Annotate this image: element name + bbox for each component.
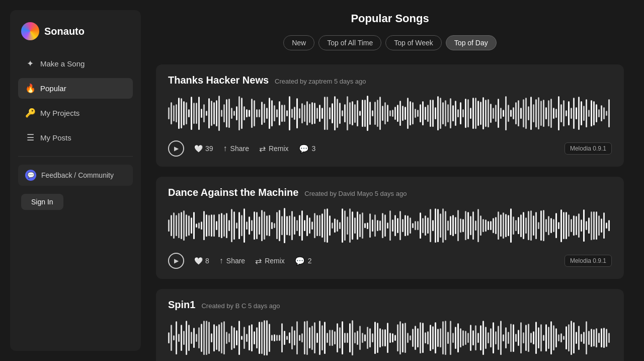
song-header-3: Spin1 Created by B C 5 days ago xyxy=(168,299,612,311)
heart-icon-2: 🤍 xyxy=(194,257,203,265)
like-count-1: 39 xyxy=(205,145,213,153)
song-header-1: Thanks Hacker News Created by zaptrem 5 … xyxy=(168,75,612,86)
share-icon-2: ↑ xyxy=(219,256,223,265)
comment-count-1: 3 xyxy=(312,145,316,153)
sidebar-item-my-projects-label: My Projects xyxy=(40,109,79,117)
song-actions-1: ▶ 🤍 39 ↑ Share ⇄ Remix 💬 3 Melodia 0.9.1 xyxy=(168,140,612,157)
waveform-2 xyxy=(168,205,612,246)
song-title-1: Thanks Hacker News xyxy=(168,75,269,86)
remix-label-2: Remix xyxy=(265,257,285,265)
my-posts-icon: ☰ xyxy=(25,132,35,143)
sidebar-item-my-posts[interactable]: ☰ My Posts xyxy=(18,127,133,148)
remix-icon-2: ⇄ xyxy=(255,256,262,266)
filter-tabs: New Top of All Time Top of Week Top of D… xyxy=(156,35,624,50)
popular-icon: 🔥 xyxy=(25,83,35,94)
main-content: Popular Songs New Top of All Time Top of… xyxy=(141,0,644,361)
nav-divider xyxy=(18,156,133,157)
heart-icon-1: 🤍 xyxy=(194,145,203,153)
sidebar: Sonauto ✦ Make a Song 🔥 Popular 🔑 My Pro… xyxy=(10,10,141,351)
waveform-3 xyxy=(168,318,612,358)
comment-count-2: 2 xyxy=(308,257,312,265)
remix-label-1: Remix xyxy=(269,145,289,153)
sidebar-item-make-song-label: Make a Song xyxy=(40,59,85,68)
remix-button-2[interactable]: ⇄ Remix xyxy=(255,254,285,268)
comment-button-1[interactable]: 💬 3 xyxy=(299,142,316,156)
song-meta-1: Created by zaptrem 5 days ago xyxy=(275,78,366,85)
play-button-2[interactable]: ▶ xyxy=(168,253,184,269)
feedback-label: Feedback / Community xyxy=(41,171,114,179)
waveform-1 xyxy=(168,93,612,133)
discord-icon: 💬 xyxy=(25,170,36,181)
model-badge-1: Melodia 0.9.1 xyxy=(565,142,612,155)
song-title-3: Spin1 xyxy=(168,299,195,311)
page-title: Popular Songs xyxy=(156,12,624,25)
sidebar-item-make-song[interactable]: ✦ Make a Song xyxy=(18,53,133,74)
song-header-2: Dance Against the Machine Created by Dav… xyxy=(168,187,612,198)
sidebar-item-my-posts-label: My Posts xyxy=(40,133,71,142)
model-badge-2: Melodia 0.9.1 xyxy=(565,255,612,267)
share-label-2: Share xyxy=(226,257,245,265)
remix-button-1[interactable]: ⇄ Remix xyxy=(259,142,289,156)
comment-button-2[interactable]: 💬 2 xyxy=(295,254,312,268)
like-button-2[interactable]: 🤍 8 xyxy=(194,257,209,265)
tab-new[interactable]: New xyxy=(283,35,314,50)
my-projects-icon: 🔑 xyxy=(25,108,35,118)
tab-top-all-time[interactable]: Top of All Time xyxy=(318,35,381,50)
share-icon-1: ↑ xyxy=(223,144,227,153)
song-meta-2: Created by David Mayo 5 days ago xyxy=(304,190,407,197)
comment-icon-1: 💬 xyxy=(299,144,309,154)
song-meta-3: Created by B C 5 days ago xyxy=(201,302,280,310)
share-label-1: Share xyxy=(230,145,249,153)
tab-top-day[interactable]: Top of Day xyxy=(446,35,497,50)
app-logo-icon xyxy=(21,22,39,40)
song-actions-2: ▶ 🤍 8 ↑ Share ⇄ Remix 💬 2 Melodia 0.9.1 xyxy=(168,253,612,269)
sign-in-button[interactable]: Sign In xyxy=(21,194,63,210)
play-button-1[interactable]: ▶ xyxy=(168,140,184,157)
feedback-community-button[interactable]: 💬 Feedback / Community xyxy=(18,165,133,186)
comment-icon-2: 💬 xyxy=(295,256,305,266)
app-name: Sonauto xyxy=(44,26,85,37)
song-card-1: Thanks Hacker News Created by zaptrem 5 … xyxy=(156,64,624,167)
sidebar-item-popular-label: Popular xyxy=(40,84,66,93)
like-count-2: 8 xyxy=(205,257,209,265)
sidebar-item-my-projects[interactable]: 🔑 My Projects xyxy=(18,103,133,123)
song-title-2: Dance Against the Machine xyxy=(168,187,298,198)
share-button-2[interactable]: ↑ Share xyxy=(219,254,245,267)
like-button-1[interactable]: 🤍 39 xyxy=(194,145,213,153)
remix-icon-1: ⇄ xyxy=(259,144,266,154)
tab-top-week[interactable]: Top of Week xyxy=(385,35,442,50)
make-song-icon: ✦ xyxy=(25,58,35,69)
song-card-3: Spin1 Created by B C 5 days ago ▶ 🤍 7 ↑ … xyxy=(156,289,624,361)
sidebar-item-popular[interactable]: 🔥 Popular xyxy=(18,78,133,99)
share-button-1[interactable]: ↑ Share xyxy=(223,142,249,155)
song-card-2: Dance Against the Machine Created by Dav… xyxy=(156,177,624,279)
logo-row: Sonauto xyxy=(18,22,133,40)
